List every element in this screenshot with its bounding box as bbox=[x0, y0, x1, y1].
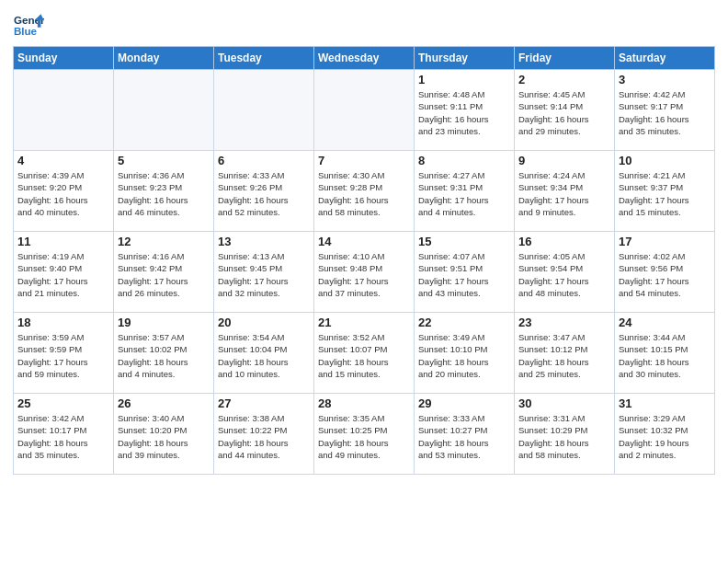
day-number: 8 bbox=[418, 154, 510, 167]
calendar-header-saturday: Saturday bbox=[615, 47, 715, 70]
day-info: Sunrise: 3:49 AM Sunset: 10:10 PM Daylig… bbox=[418, 331, 510, 380]
calendar-cell: 31Sunrise: 3:29 AM Sunset: 10:32 PM Dayl… bbox=[615, 394, 715, 475]
calendar-cell: 27Sunrise: 3:38 AM Sunset: 10:22 PM Dayl… bbox=[214, 394, 314, 475]
calendar-cell: 8Sunrise: 4:27 AM Sunset: 9:31 PM Daylig… bbox=[415, 151, 515, 232]
day-number: 30 bbox=[518, 396, 610, 410]
calendar-cell: 2Sunrise: 4:45 AM Sunset: 9:14 PM Daylig… bbox=[515, 70, 615, 151]
day-number: 9 bbox=[518, 154, 610, 167]
calendar-header-thursday: Thursday bbox=[415, 47, 515, 70]
calendar-header-friday: Friday bbox=[515, 47, 615, 70]
calendar-cell: 1Sunrise: 4:48 AM Sunset: 9:11 PM Daylig… bbox=[415, 70, 515, 151]
calendar-week-3: 11Sunrise: 4:19 AM Sunset: 9:40 PM Dayli… bbox=[14, 232, 715, 313]
day-info: Sunrise: 4:16 AM Sunset: 9:42 PM Dayligh… bbox=[118, 250, 210, 299]
calendar-cell: 29Sunrise: 3:33 AM Sunset: 10:27 PM Dayl… bbox=[415, 394, 515, 475]
day-number: 29 bbox=[418, 396, 510, 410]
calendar-cell: 4Sunrise: 4:39 AM Sunset: 9:20 PM Daylig… bbox=[14, 151, 114, 232]
day-info: Sunrise: 4:48 AM Sunset: 9:11 PM Dayligh… bbox=[418, 88, 510, 137]
day-number: 28 bbox=[318, 396, 410, 410]
calendar-cell: 17Sunrise: 4:02 AM Sunset: 9:56 PM Dayli… bbox=[615, 232, 715, 313]
day-info: Sunrise: 4:39 AM Sunset: 9:20 PM Dayligh… bbox=[17, 169, 109, 218]
calendar-cell: 16Sunrise: 4:05 AM Sunset: 9:54 PM Dayli… bbox=[515, 232, 615, 313]
day-number: 4 bbox=[17, 154, 109, 167]
calendar-header-row: SundayMondayTuesdayWednesdayThursdayFrid… bbox=[14, 47, 715, 70]
day-info: Sunrise: 3:29 AM Sunset: 10:32 PM Daylig… bbox=[619, 412, 711, 461]
calendar-cell: 7Sunrise: 4:30 AM Sunset: 9:28 PM Daylig… bbox=[314, 151, 415, 232]
calendar-header-sunday: Sunday bbox=[14, 47, 114, 70]
day-number: 12 bbox=[118, 235, 210, 248]
header: General Blue bbox=[13, 9, 715, 40]
day-info: Sunrise: 3:52 AM Sunset: 10:07 PM Daylig… bbox=[318, 331, 410, 380]
calendar-cell: 28Sunrise: 3:35 AM Sunset: 10:25 PM Dayl… bbox=[314, 394, 415, 475]
calendar-cell: 6Sunrise: 4:33 AM Sunset: 9:26 PM Daylig… bbox=[214, 151, 314, 232]
calendar-week-4: 18Sunrise: 3:59 AM Sunset: 9:59 PM Dayli… bbox=[14, 313, 715, 394]
day-info: Sunrise: 4:33 AM Sunset: 9:26 PM Dayligh… bbox=[218, 169, 310, 218]
calendar-cell: 9Sunrise: 4:24 AM Sunset: 9:34 PM Daylig… bbox=[515, 151, 615, 232]
day-number: 16 bbox=[518, 235, 610, 248]
calendar-cell: 22Sunrise: 3:49 AM Sunset: 10:10 PM Dayl… bbox=[415, 313, 515, 394]
day-info: Sunrise: 3:35 AM Sunset: 10:25 PM Daylig… bbox=[318, 412, 410, 461]
calendar-cell: 13Sunrise: 4:13 AM Sunset: 9:45 PM Dayli… bbox=[214, 232, 314, 313]
svg-text:Blue: Blue bbox=[14, 25, 38, 37]
day-number: 2 bbox=[518, 73, 610, 86]
day-number: 14 bbox=[318, 235, 410, 248]
calendar-cell: 3Sunrise: 4:42 AM Sunset: 9:17 PM Daylig… bbox=[615, 70, 715, 151]
day-number: 5 bbox=[118, 154, 210, 167]
day-info: Sunrise: 4:30 AM Sunset: 9:28 PM Dayligh… bbox=[318, 169, 410, 218]
day-info: Sunrise: 3:59 AM Sunset: 9:59 PM Dayligh… bbox=[17, 331, 109, 380]
day-info: Sunrise: 4:45 AM Sunset: 9:14 PM Dayligh… bbox=[518, 88, 610, 137]
day-info: Sunrise: 3:47 AM Sunset: 10:12 PM Daylig… bbox=[518, 331, 610, 380]
day-info: Sunrise: 3:40 AM Sunset: 10:20 PM Daylig… bbox=[118, 412, 210, 461]
calendar-cell: 11Sunrise: 4:19 AM Sunset: 9:40 PM Dayli… bbox=[14, 232, 114, 313]
day-info: Sunrise: 4:13 AM Sunset: 9:45 PM Dayligh… bbox=[218, 250, 310, 299]
day-info: Sunrise: 4:02 AM Sunset: 9:56 PM Dayligh… bbox=[619, 250, 711, 299]
day-number: 17 bbox=[619, 235, 711, 248]
calendar-cell: 19Sunrise: 3:57 AM Sunset: 10:02 PM Dayl… bbox=[114, 313, 214, 394]
calendar-header-monday: Monday bbox=[114, 47, 214, 70]
calendar-cell: 24Sunrise: 3:44 AM Sunset: 10:15 PM Dayl… bbox=[615, 313, 715, 394]
calendar-cell: 12Sunrise: 4:16 AM Sunset: 9:42 PM Dayli… bbox=[114, 232, 214, 313]
day-info: Sunrise: 3:33 AM Sunset: 10:27 PM Daylig… bbox=[418, 412, 510, 461]
calendar-cell bbox=[214, 70, 314, 151]
day-info: Sunrise: 3:44 AM Sunset: 10:15 PM Daylig… bbox=[619, 331, 711, 380]
day-info: Sunrise: 4:24 AM Sunset: 9:34 PM Dayligh… bbox=[518, 169, 610, 218]
calendar-cell: 23Sunrise: 3:47 AM Sunset: 10:12 PM Dayl… bbox=[515, 313, 615, 394]
calendar-cell bbox=[114, 70, 214, 151]
calendar-table: SundayMondayTuesdayWednesdayThursdayFrid… bbox=[13, 46, 715, 475]
day-info: Sunrise: 3:42 AM Sunset: 10:17 PM Daylig… bbox=[17, 412, 109, 461]
calendar-cell: 5Sunrise: 4:36 AM Sunset: 9:23 PM Daylig… bbox=[114, 151, 214, 232]
day-info: Sunrise: 3:31 AM Sunset: 10:29 PM Daylig… bbox=[518, 412, 610, 461]
calendar-cell: 21Sunrise: 3:52 AM Sunset: 10:07 PM Dayl… bbox=[314, 313, 415, 394]
day-info: Sunrise: 3:38 AM Sunset: 10:22 PM Daylig… bbox=[218, 412, 310, 461]
day-number: 13 bbox=[218, 235, 310, 248]
day-number: 22 bbox=[418, 316, 510, 329]
day-number: 25 bbox=[17, 396, 109, 410]
calendar-cell: 20Sunrise: 3:54 AM Sunset: 10:04 PM Dayl… bbox=[214, 313, 314, 394]
day-number: 15 bbox=[418, 235, 510, 248]
calendar-week-1: 1Sunrise: 4:48 AM Sunset: 9:11 PM Daylig… bbox=[14, 70, 715, 151]
day-number: 26 bbox=[118, 396, 210, 410]
day-number: 10 bbox=[619, 154, 711, 167]
day-info: Sunrise: 4:07 AM Sunset: 9:51 PM Dayligh… bbox=[418, 250, 510, 299]
calendar-cell: 15Sunrise: 4:07 AM Sunset: 9:51 PM Dayli… bbox=[415, 232, 515, 313]
day-info: Sunrise: 4:10 AM Sunset: 9:48 PM Dayligh… bbox=[318, 250, 410, 299]
day-number: 27 bbox=[218, 396, 310, 410]
calendar-cell: 25Sunrise: 3:42 AM Sunset: 10:17 PM Dayl… bbox=[14, 394, 114, 475]
calendar-cell: 10Sunrise: 4:21 AM Sunset: 9:37 PM Dayli… bbox=[615, 151, 715, 232]
day-number: 24 bbox=[619, 316, 711, 329]
calendar-header-tuesday: Tuesday bbox=[214, 47, 314, 70]
logo-icon: General Blue bbox=[13, 9, 44, 40]
day-number: 31 bbox=[619, 396, 711, 410]
day-info: Sunrise: 4:36 AM Sunset: 9:23 PM Dayligh… bbox=[118, 169, 210, 218]
day-info: Sunrise: 4:05 AM Sunset: 9:54 PM Dayligh… bbox=[518, 250, 610, 299]
day-info: Sunrise: 3:57 AM Sunset: 10:02 PM Daylig… bbox=[118, 331, 210, 380]
calendar-cell: 14Sunrise: 4:10 AM Sunset: 9:48 PM Dayli… bbox=[314, 232, 415, 313]
calendar-cell: 18Sunrise: 3:59 AM Sunset: 9:59 PM Dayli… bbox=[14, 313, 114, 394]
calendar-week-2: 4Sunrise: 4:39 AM Sunset: 9:20 PM Daylig… bbox=[14, 151, 715, 232]
day-number: 6 bbox=[218, 154, 310, 167]
day-number: 7 bbox=[318, 154, 410, 167]
day-info: Sunrise: 4:21 AM Sunset: 9:37 PM Dayligh… bbox=[619, 169, 711, 218]
day-info: Sunrise: 4:42 AM Sunset: 9:17 PM Dayligh… bbox=[619, 88, 711, 137]
calendar-header-wednesday: Wednesday bbox=[314, 47, 415, 70]
day-number: 19 bbox=[118, 316, 210, 329]
day-number: 21 bbox=[318, 316, 410, 329]
